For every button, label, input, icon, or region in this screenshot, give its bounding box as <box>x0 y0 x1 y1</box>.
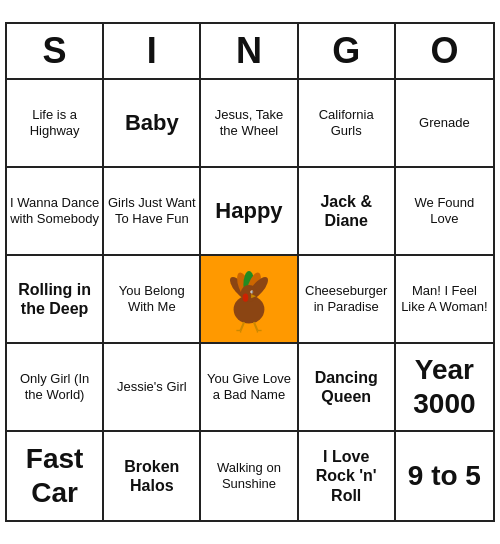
cell-text-8: Jack & Diane <box>302 192 391 230</box>
bingo-cell-13[interactable]: Cheeseburger in Paradise <box>299 256 396 344</box>
cell-text-3: California Gurls <box>302 107 391 138</box>
bingo-cell-4[interactable]: Grenade <box>396 80 493 168</box>
cell-text-15: Only Girl (In the World) <box>10 371 99 402</box>
cell-text-2: Jesus, Take the Wheel <box>204 107 293 138</box>
bingo-grid: Life is a HighwayBabyJesus, Take the Whe… <box>7 80 493 520</box>
cell-text-20: Fast Car <box>10 442 99 509</box>
letter-i: I <box>104 24 201 78</box>
bingo-cell-12[interactable] <box>201 256 298 344</box>
bingo-cell-5[interactable]: I Wanna Dance with Somebody <box>7 168 104 256</box>
bingo-cell-11[interactable]: You Belong With Me <box>104 256 201 344</box>
cell-text-4: Grenade <box>419 115 470 131</box>
cell-text-7: Happy <box>215 198 282 224</box>
cell-text-22: Walking on Sunshine <box>204 460 293 491</box>
bingo-cell-16[interactable]: Jessie's Girl <box>104 344 201 432</box>
bingo-header: S I N G O <box>7 24 493 80</box>
bingo-cell-20[interactable]: Fast Car <box>7 432 104 520</box>
svg-point-10 <box>251 291 252 292</box>
bingo-cell-15[interactable]: Only Girl (In the World) <box>7 344 104 432</box>
cell-text-19: Year 3000 <box>399 353 490 420</box>
bingo-cell-24[interactable]: 9 to 5 <box>396 432 493 520</box>
cell-text-18: Dancing Queen <box>302 368 391 406</box>
bingo-card: S I N G O Life is a HighwayBabyJesus, Ta… <box>5 22 495 522</box>
cell-text-21: Broken Halos <box>107 457 196 495</box>
cell-text-11: You Belong With Me <box>107 283 196 314</box>
bingo-cell-7[interactable]: Happy <box>201 168 298 256</box>
cell-text-23: I Love Rock 'n' Roll <box>302 447 391 505</box>
bingo-cell-2[interactable]: Jesus, Take the Wheel <box>201 80 298 168</box>
bingo-cell-14[interactable]: Man! I Feel Like A Woman! <box>396 256 493 344</box>
letter-g: G <box>299 24 396 78</box>
cell-text-1: Baby <box>125 110 179 136</box>
letter-s: S <box>7 24 104 78</box>
cell-text-14: Man! I Feel Like A Woman! <box>399 283 490 314</box>
bingo-cell-21[interactable]: Broken Halos <box>104 432 201 520</box>
turkey-icon <box>214 264 284 334</box>
cell-text-5: I Wanna Dance with Somebody <box>10 195 99 226</box>
svg-point-7 <box>243 293 249 301</box>
bingo-cell-17[interactable]: You Give Love a Bad Name <box>201 344 298 432</box>
svg-line-12 <box>254 322 258 330</box>
svg-line-11 <box>241 322 245 330</box>
letter-n: N <box>201 24 298 78</box>
cell-text-17: You Give Love a Bad Name <box>204 371 293 402</box>
cell-text-0: Life is a Highway <box>10 107 99 138</box>
bingo-cell-1[interactable]: Baby <box>104 80 201 168</box>
cell-text-13: Cheeseburger in Paradise <box>302 283 391 314</box>
cell-text-24: 9 to 5 <box>408 459 481 493</box>
cell-text-9: We Found Love <box>399 195 490 226</box>
bingo-cell-9[interactable]: We Found Love <box>396 168 493 256</box>
bingo-cell-3[interactable]: California Gurls <box>299 80 396 168</box>
bingo-cell-0[interactable]: Life is a Highway <box>7 80 104 168</box>
cell-text-10: Rolling in the Deep <box>10 280 99 318</box>
bingo-cell-10[interactable]: Rolling in the Deep <box>7 256 104 344</box>
cell-text-6: Girls Just Want To Have Fun <box>107 195 196 226</box>
letter-o: O <box>396 24 493 78</box>
bingo-cell-8[interactable]: Jack & Diane <box>299 168 396 256</box>
bingo-cell-22[interactable]: Walking on Sunshine <box>201 432 298 520</box>
bingo-cell-6[interactable]: Girls Just Want To Have Fun <box>104 168 201 256</box>
bingo-cell-18[interactable]: Dancing Queen <box>299 344 396 432</box>
bingo-cell-23[interactable]: I Love Rock 'n' Roll <box>299 432 396 520</box>
cell-text-16: Jessie's Girl <box>117 379 187 395</box>
bingo-cell-19[interactable]: Year 3000 <box>396 344 493 432</box>
